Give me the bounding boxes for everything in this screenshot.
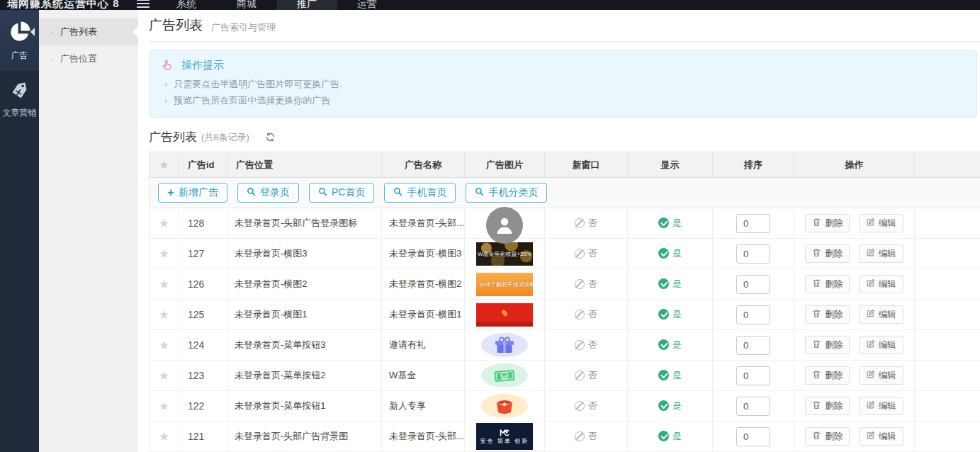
sort-input[interactable] <box>736 397 770 416</box>
sort-input[interactable] <box>736 244 770 264</box>
favorite-cell: ★ <box>150 330 179 361</box>
edit-button[interactable]: 编辑 <box>859 305 903 324</box>
no-icon <box>575 340 585 350</box>
empty-cell <box>915 300 980 330</box>
ad-image-cell <box>465 300 545 330</box>
record-count: (共8条记录) <box>201 130 249 144</box>
star-icon[interactable]: ★ <box>159 308 169 322</box>
tips-title: 操作提示 <box>181 57 224 73</box>
sidebar-item[interactable]: 文章营销 <box>0 71 39 128</box>
column-header: 新窗口 <box>545 152 628 178</box>
filter-button[interactable]: 手机首页 <box>384 183 456 203</box>
ad-image-avatar[interactable] <box>486 207 523 244</box>
yes-icon <box>658 400 669 411</box>
actions-cell: 删除 编辑 <box>794 239 915 269</box>
delete-button[interactable]: 删除 <box>805 275 850 293</box>
edit-button[interactable]: 编辑 <box>859 214 903 232</box>
new-window-cell: 否 <box>545 361 628 391</box>
search-icon <box>475 187 484 198</box>
sidebar-item[interactable]: 广告 <box>0 10 39 71</box>
column-header: 广告名称 <box>382 152 465 178</box>
sort-input[interactable] <box>736 336 770 355</box>
refresh-icon[interactable] <box>265 132 276 142</box>
delete-button[interactable]: 删除 <box>805 214 850 232</box>
column-header: 显示 <box>628 152 713 178</box>
top-nav-item[interactable]: 系统 <box>157 0 217 10</box>
trash-icon <box>812 370 821 381</box>
page-title: 广告列表 <box>149 16 203 35</box>
edit-button[interactable]: 编辑 <box>859 366 903 385</box>
edit-button[interactable]: 编辑 <box>859 427 903 446</box>
sort-input[interactable] <box>736 366 770 385</box>
ad-image-banner-orange[interactable]: 一分钟了解新手投资攻略 <box>476 273 533 296</box>
no-icon <box>575 279 585 289</box>
edit-icon <box>866 248 875 259</box>
delete-button[interactable]: 删除 <box>805 336 850 354</box>
top-nav-item[interactable]: 推广 <box>277 0 337 10</box>
star-icon[interactable]: ★ <box>159 217 169 230</box>
show-cell: 是 <box>628 422 713 452</box>
delete-button[interactable]: 删除 <box>805 397 850 415</box>
new-window-cell: 否 <box>545 208 628 239</box>
ad-image-cell <box>465 208 545 239</box>
delete-button[interactable]: 删除 <box>805 305 850 324</box>
ad-position-cell: 未登录首页-横图1 <box>227 300 382 330</box>
tips-box: 操作提示 只需要点击半透明广告图片即可更换广告. 预览广告所在页面中选择更换你的… <box>149 50 977 118</box>
ad-position-cell: 未登录首页-菜单按钮1 <box>227 391 382 422</box>
trash-icon <box>812 248 821 259</box>
actions-cell: 删除 编辑 <box>794 422 915 452</box>
ad-image-cash[interactable]: w <box>481 363 528 388</box>
star-icon[interactable]: ★ <box>159 247 169 261</box>
top-nav-item[interactable]: 商城 <box>217 0 277 10</box>
ad-id-cell: 124 <box>179 330 227 361</box>
show-cell: 是 <box>628 361 713 391</box>
yes-icon <box>658 431 669 441</box>
submenu-item[interactable]: 广告位置 <box>39 45 138 72</box>
edit-button[interactable]: 编辑 <box>859 244 903 263</box>
menu-icon[interactable] <box>137 0 150 8</box>
submenu-item-label: 广告位置 <box>60 53 97 64</box>
ad-image-banner-dark[interactable]: W基金年化收益+35% <box>476 242 533 266</box>
edit-button[interactable]: 编辑 <box>859 336 903 354</box>
ad-id-cell: 122 <box>179 391 227 422</box>
favorite-cell: ★ <box>150 208 179 239</box>
actions-cell: 删除 编辑 <box>794 208 915 239</box>
favorite-cell: ★ <box>150 422 179 452</box>
delete-button[interactable]: 删除 <box>805 244 850 263</box>
new-window-cell: 否 <box>545 391 628 422</box>
star-icon[interactable]: ★ <box>159 430 169 443</box>
edit-button[interactable]: 编辑 <box>859 275 903 293</box>
sort-input[interactable] <box>736 214 770 233</box>
star-icon[interactable]: ★ <box>159 339 169 352</box>
ad-position-cell: 未登录首页-头部广告登录图标 <box>227 208 382 239</box>
edit-icon <box>866 370 875 381</box>
edit-icon <box>866 431 875 442</box>
show-cell: 是 <box>628 300 713 330</box>
ad-image-banner-red[interactable] <box>476 303 533 327</box>
star-icon[interactable]: ★ <box>159 369 169 383</box>
sort-input[interactable] <box>736 427 770 446</box>
top-nav-item[interactable]: 运营 <box>337 0 398 10</box>
sort-input[interactable] <box>736 305 770 324</box>
submenu-item[interactable]: 广告列表 <box>39 18 138 45</box>
empty-cell <box>915 269 980 300</box>
ad-id-cell: 121 <box>179 422 227 452</box>
add-ad-button[interactable]: + 新增广告 <box>158 183 227 203</box>
ad-image-banner-navy[interactable]: 安全 简单 创新 <box>476 423 533 450</box>
filter-button[interactable]: PC首页 <box>309 183 374 203</box>
edit-button[interactable]: 编辑 <box>859 397 903 415</box>
star-icon[interactable]: ★ <box>159 400 169 413</box>
trash-icon <box>812 278 821 290</box>
empty-cell <box>915 422 980 452</box>
ad-image-redpacket[interactable] <box>481 394 528 418</box>
star-icon[interactable]: ★ <box>159 278 169 291</box>
filter-button[interactable]: 登录页 <box>237 183 299 203</box>
red-packet-icon <box>495 397 514 414</box>
delete-button[interactable]: 删除 <box>805 427 850 446</box>
no-icon <box>575 371 585 380</box>
tag-icon <box>8 79 30 102</box>
filter-button[interactable]: 手机分类页 <box>466 183 547 203</box>
sort-input[interactable] <box>736 275 770 294</box>
ad-image-gift[interactable] <box>481 333 528 357</box>
delete-button[interactable]: 删除 <box>805 366 850 385</box>
